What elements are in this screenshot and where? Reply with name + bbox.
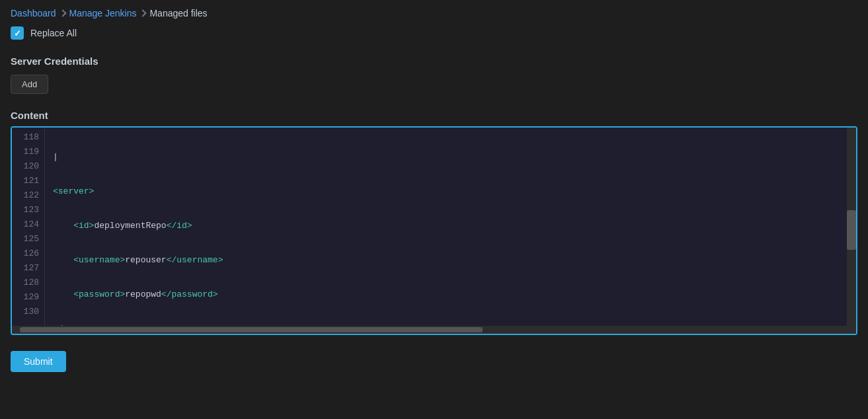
code-line-119: <server> <box>53 184 848 199</box>
line-num-120: 120 <box>17 159 39 174</box>
line-num-126: 126 <box>17 247 39 261</box>
content-label: Content <box>11 110 857 121</box>
code-line-122: <password>repopwd</password> <box>53 287 848 302</box>
code-editor-wrapper: 118 119 120 121 122 123 124 125 126 127 … <box>11 126 857 335</box>
content-section: Content 118 119 120 121 122 123 124 125 … <box>11 110 857 335</box>
breadcrumb-managed-files: Managed files <box>149 8 207 19</box>
line-numbers: 118 119 120 121 122 123 124 125 126 127 … <box>12 128 45 326</box>
breadcrumb-manage-jenkins[interactable]: Manage Jenkins <box>69 8 137 19</box>
code-editor[interactable]: 118 119 120 121 122 123 124 125 126 127 … <box>12 128 856 326</box>
replace-all-label: Replace All <box>30 28 77 38</box>
line-num-129: 129 <box>17 290 39 305</box>
code-content[interactable]: | <server> <id>deploymentRepo</id> <user… <box>45 128 856 326</box>
replace-all-row: Replace All <box>11 26 857 40</box>
horizontal-scrollbar[interactable] <box>12 326 856 334</box>
line-num-124: 124 <box>17 217 39 232</box>
server-credentials-title: Server Credentials <box>11 56 857 67</box>
line-num-127: 127 <box>17 261 39 276</box>
line-num-130: 130 <box>17 305 39 319</box>
code-line-121: <username>repouser</username> <box>53 253 848 268</box>
main-content: Replace All Server Credentials Add Conte… <box>0 26 868 399</box>
line-num-119: 119 <box>17 145 39 159</box>
scrollbar-thumb-h <box>20 327 483 332</box>
server-credentials-section: Server Credentials Add <box>11 56 857 110</box>
line-num-123: 123 <box>17 203 39 217</box>
add-button[interactable]: Add <box>11 75 48 94</box>
breadcrumb-arrow-2 <box>139 9 147 17</box>
breadcrumb: Dashboard Manage Jenkins Managed files <box>0 0 868 26</box>
vertical-scrollbar[interactable] <box>847 128 856 326</box>
line-num-128: 128 <box>17 276 39 290</box>
breadcrumb-arrow-1 <box>59 9 66 17</box>
code-line-120: <id>deploymentRepo</id> <box>53 219 848 233</box>
line-num-125: 125 <box>17 232 39 247</box>
replace-all-checkbox[interactable] <box>11 26 24 40</box>
scrollbar-thumb-v <box>847 210 856 250</box>
code-line-123: </server> <box>53 322 848 326</box>
code-line-118: | <box>53 150 848 165</box>
line-num-122: 122 <box>17 188 39 203</box>
line-num-121: 121 <box>17 174 39 188</box>
line-num-118: 118 <box>17 130 39 145</box>
submit-button[interactable]: Submit <box>11 351 66 372</box>
breadcrumb-dashboard[interactable]: Dashboard <box>11 8 56 19</box>
